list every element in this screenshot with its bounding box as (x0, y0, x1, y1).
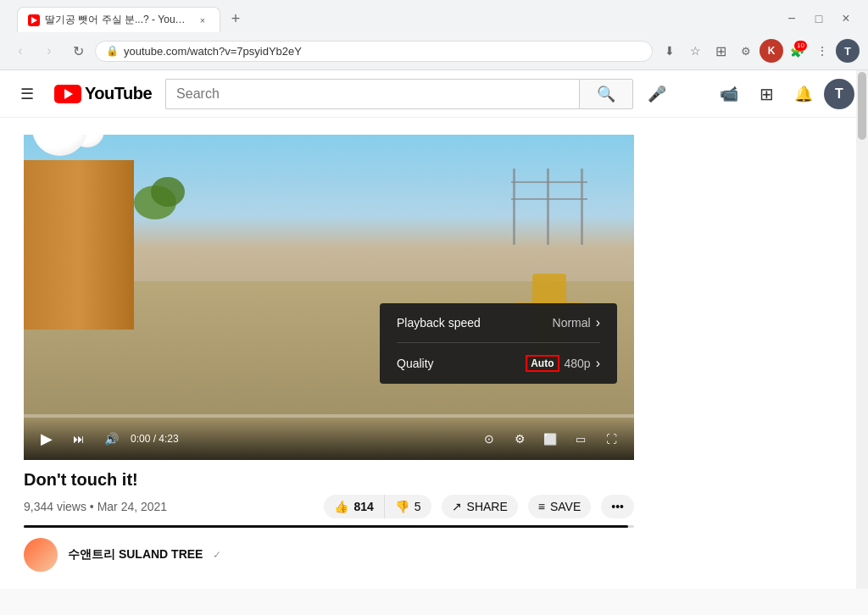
browser-titlebar: 딸기공 뺏어 주실 분...? - YouTub... × + − □ × (0, 0, 868, 36)
youtube-header: ☰ YouTube 🔍 🎤 📹 ⊞ 🔔 T (0, 70, 868, 118)
browser-chrome: 딸기공 뺏어 주실 분...? - YouTub... × + − □ × ‹ … (0, 0, 868, 70)
scrollbar[interactable] (856, 70, 868, 589)
likes-fill (24, 525, 628, 528)
browser-tab-active[interactable]: 딸기공 뺏어 주실 분...? - YouTub... × (17, 7, 220, 32)
header-icons: 📹 ⊞ 🔔 T (712, 77, 854, 111)
tab-favicon (28, 14, 40, 26)
settings-button[interactable]: ⚙ (507, 426, 532, 452)
playback-speed-label: Playback speed (397, 316, 553, 330)
more-button[interactable]: ••• (601, 495, 634, 518)
search-container: 🔍 🎤 (165, 77, 674, 111)
back-button[interactable]: ‹ (8, 39, 32, 63)
playback-speed-row[interactable]: Playback speed Normal › (380, 303, 617, 342)
mic-icon[interactable]: 🎤 (640, 77, 674, 111)
playback-speed-current: Normal (553, 316, 591, 330)
likes-bar (24, 525, 634, 528)
youtube-page: ☰ YouTube 🔍 🎤 📹 ⊞ 🔔 T (0, 70, 868, 589)
profile-avatar[interactable]: T (836, 39, 860, 63)
menu-icon[interactable]: ⋮ (810, 39, 834, 63)
search-button[interactable]: 🔍 (579, 79, 633, 109)
video-controls: ▶ ⏭ 🔊 0:00 / 4:23 ⊙ ⚙ ⬜ ▭ ⛶ (24, 418, 634, 460)
fence-rail (511, 181, 587, 183)
fence-post2 (547, 169, 549, 245)
upload-date: Mar 24, 2021 (97, 500, 168, 513)
quality-row[interactable]: Quality Auto 480p › (380, 343, 617, 384)
share-label: SHARE (467, 500, 508, 513)
youtube-play-icon (64, 89, 73, 99)
view-separator: • (90, 500, 97, 513)
fence-rail2 (511, 198, 587, 200)
wooden-wall (24, 160, 134, 330)
share-button[interactable]: ↗ SHARE (442, 495, 518, 518)
bush2 (151, 177, 185, 207)
browser-omnibar: ‹ › ↻ 🔒 youtube.com/watch?v=7psyidYb2eY … (0, 36, 868, 69)
right-controls: ⊙ ⚙ ⬜ ▭ ⛶ (476, 426, 624, 452)
extension-icon[interactable]: 🧩 10 (785, 39, 809, 63)
tab-close-button[interactable]: × (196, 14, 209, 27)
fullscreen-button[interactable]: ⛶ (598, 426, 624, 452)
search-icon: 🔍 (597, 85, 615, 103)
youtube-logo[interactable]: YouTube (54, 84, 152, 103)
miniplayer-button[interactable]: ⬜ (537, 426, 563, 452)
search-input[interactable] (165, 79, 579, 109)
settings-popup: Playback speed Normal › Quality Auto 480… (380, 303, 617, 384)
save-button[interactable]: ≡ SAVE (528, 495, 591, 518)
channel-row: 수앤트리 SULAND TREE ✓ (24, 538, 634, 572)
reload-button[interactable]: ↻ (66, 39, 90, 63)
view-count: 9,344 views (24, 500, 86, 513)
save-icon: ≡ (538, 500, 545, 513)
video-meta: 9,344 views • Mar 24, 2021 👍 814 👎 5 (24, 495, 634, 518)
save-label: SAVE (550, 500, 581, 513)
window-controls: − □ × (783, 10, 854, 27)
yt-main-content: Playback speed Normal › Quality Auto 480… (10, 118, 858, 589)
quality-value: Auto 480p › (526, 355, 600, 372)
verified-icon: ✓ (213, 549, 221, 561)
maximize-button[interactable]: □ (810, 10, 827, 27)
fence-post3 (513, 169, 515, 245)
video-title: Don't touch it! (24, 470, 634, 490)
video-views-date: 9,344 views • Mar 24, 2021 (24, 500, 167, 513)
youtube-logo-icon (54, 85, 81, 103)
video-actions: 👍 814 👎 5 ↗ SHARE (324, 495, 634, 518)
video-info: Don't touch it! 9,344 views • Mar 24, 20… (24, 470, 634, 572)
subtitles-button[interactable]: ⊙ (476, 426, 502, 452)
youtube-logo-text: YouTube (85, 84, 152, 103)
url-bar[interactable]: 🔒 youtube.com/watch?v=7psyidYb2eY (95, 41, 653, 62)
close-button[interactable]: × (837, 10, 854, 27)
theater-button[interactable]: ▭ (568, 426, 593, 452)
play-button[interactable]: ▶ (34, 426, 59, 452)
quality-label: Quality (397, 357, 526, 370)
user-avatar[interactable]: T (824, 79, 854, 109)
download-icon[interactable]: ⬇ (658, 39, 682, 63)
apps-grid-icon[interactable]: ⊞ (709, 39, 732, 63)
profile-k-icon[interactable]: K (760, 39, 783, 63)
quality-resolution: 480p (565, 357, 591, 370)
hamburger-menu-icon[interactable]: ☰ (14, 78, 41, 110)
scrollbar-thumb[interactable] (858, 72, 866, 140)
video-container[interactable]: Playback speed Normal › Quality Auto 480… (24, 135, 634, 460)
volume-button[interactable]: 🔊 (98, 426, 124, 452)
playback-speed-value: Normal › (553, 315, 600, 330)
extensions-icon[interactable]: ⚙ (734, 39, 758, 63)
dislike-button[interactable]: 👎 5 (385, 495, 431, 518)
tab-bar: 딸기공 뺏어 주실 분...? - YouTub... × + (8, 7, 256, 32)
url-text: youtube.com/watch?v=7psyidYb2eY (124, 45, 642, 58)
quality-chevron-icon: › (596, 356, 600, 371)
like-button[interactable]: 👍 814 (324, 495, 384, 518)
create-video-icon[interactable]: 📹 (712, 77, 746, 111)
new-tab-button[interactable]: + (224, 7, 248, 30)
apps-icon[interactable]: ⊞ (749, 77, 783, 111)
minimize-button[interactable]: − (783, 10, 800, 27)
tab-title: 딸기공 뺏어 주실 분...? - YouTub... (45, 13, 191, 27)
time-display: 0:00 / 4:23 (131, 433, 179, 445)
omnibar-icons: ⬇ ☆ ⊞ ⚙ K 🧩 10 ⋮ T (658, 39, 860, 63)
next-button[interactable]: ⏭ (66, 426, 92, 452)
lock-icon: 🔒 (106, 45, 119, 57)
star-icon[interactable]: ☆ (683, 39, 707, 63)
like-dislike-container: 👍 814 👎 5 (324, 495, 431, 518)
channel-avatar[interactable] (24, 538, 58, 572)
notifications-bell-icon[interactable]: 🔔 (787, 77, 821, 111)
channel-name[interactable]: 수앤트리 SULAND TREE (68, 547, 203, 562)
forward-button[interactable]: › (37, 39, 61, 63)
dislike-icon: 👎 (395, 500, 409, 513)
